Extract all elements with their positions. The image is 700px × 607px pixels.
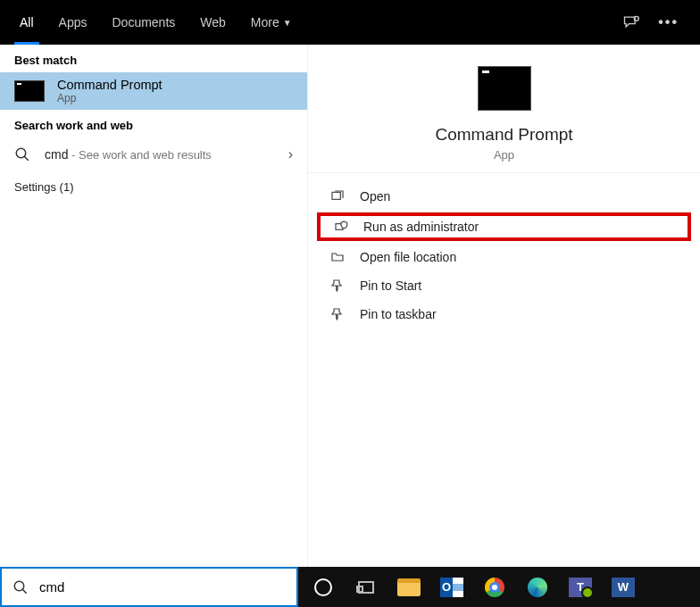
chevron-down-icon: ▼ (283, 18, 292, 28)
search-icon (14, 146, 34, 162)
tab-web[interactable]: Web (188, 0, 238, 45)
result-command-prompt[interactable]: Command Prompt App (0, 72, 307, 110)
taskbar-search-box[interactable] (0, 567, 298, 607)
more-options-icon[interactable]: ••• (658, 14, 679, 30)
svg-line-2 (24, 156, 29, 161)
settings-group-label[interactable]: Settings (1) (0, 171, 307, 203)
web-result-cmd[interactable]: cmd - See work and web results › (0, 137, 307, 171)
admin-shield-icon (333, 220, 349, 234)
feedback-icon[interactable] (622, 13, 640, 31)
result-title: Command Prompt (57, 78, 293, 92)
action-run-as-admin[interactable]: Run as administrator (317, 212, 691, 241)
word-icon[interactable]: W (604, 567, 643, 607)
web-query-text: cmd (45, 147, 68, 162)
search-filter-tabs: All Apps Documents Web More ▼ ••• (0, 0, 700, 45)
preview-actions: Open Run as administrator Open file loca… (308, 173, 700, 337)
outlook-icon[interactable] (432, 567, 471, 607)
folder-icon (329, 250, 346, 264)
results-left-pane: Best match Command Prompt App Search wor… (0, 45, 307, 567)
tab-all[interactable]: All (7, 0, 46, 45)
result-subtitle: App (57, 92, 293, 104)
teams-icon[interactable]: T (561, 567, 600, 607)
action-pinstart-label: Pin to Start (360, 279, 421, 293)
action-pintask-label: Pin to taskbar (360, 307, 437, 321)
pin-start-icon (329, 279, 346, 293)
search-input[interactable] (39, 579, 296, 595)
svg-point-5 (14, 581, 24, 591)
preview-pane: Command Prompt App Open Run as administr… (307, 45, 700, 567)
preview-title: Command Prompt (308, 125, 700, 145)
taskbar: T W (298, 567, 700, 607)
file-explorer-icon[interactable] (389, 567, 429, 607)
action-open[interactable]: Open (308, 182, 700, 211)
cmd-app-icon (14, 80, 45, 102)
task-view-icon[interactable] (346, 567, 386, 607)
search-results: Best match Command Prompt App Search wor… (0, 45, 700, 567)
pin-taskbar-icon (329, 307, 346, 321)
svg-line-6 (22, 589, 27, 594)
action-open-label: Open (360, 189, 390, 204)
svg-point-1 (16, 148, 26, 158)
chevron-right-icon: › (288, 146, 293, 162)
cortana-icon[interactable] (304, 567, 343, 607)
tab-apps[interactable]: Apps (46, 0, 100, 45)
tab-documents[interactable]: Documents (99, 0, 188, 45)
action-openloc-label: Open file location (360, 250, 456, 264)
edge-icon[interactable] (518, 567, 557, 607)
action-pin-to-taskbar[interactable]: Pin to taskbar (308, 300, 700, 328)
action-runadmin-label: Run as administrator (363, 220, 479, 234)
preview-app-icon (478, 66, 531, 111)
action-pin-to-start[interactable]: Pin to Start (308, 271, 700, 300)
web-hint-text: - See work and web results (68, 148, 211, 162)
search-web-label: Search work and web (0, 110, 307, 137)
chrome-icon[interactable] (475, 567, 514, 607)
open-icon (329, 189, 346, 204)
tab-more-label: More (251, 15, 279, 29)
search-icon (2, 579, 39, 595)
tab-more[interactable]: More ▼ (238, 0, 304, 45)
svg-rect-3 (332, 192, 340, 199)
preview-subtitle: App (308, 148, 700, 162)
best-match-label: Best match (0, 45, 307, 72)
action-open-file-location[interactable]: Open file location (308, 243, 700, 271)
